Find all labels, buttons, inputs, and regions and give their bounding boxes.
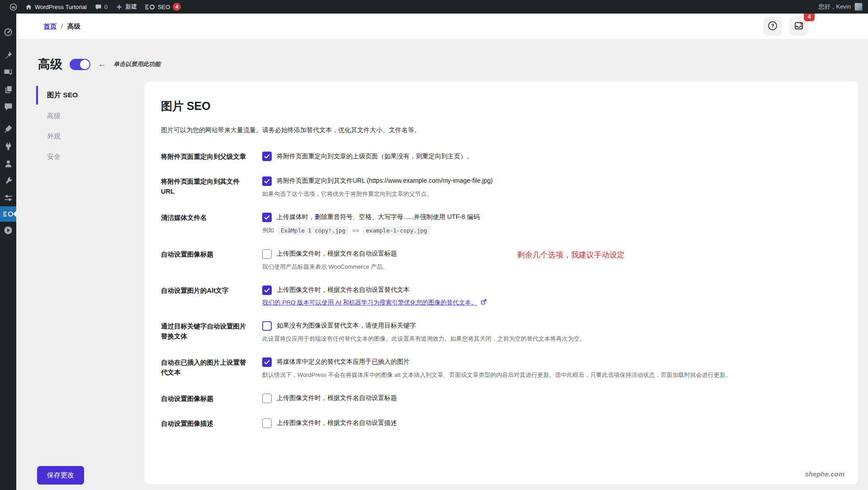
setting-checkbox-label[interactable]: 上传图像文件时，根据文件名自动设置标题 bbox=[277, 394, 397, 402]
setting-checkbox[interactable] bbox=[262, 394, 272, 403]
greeting-label[interactable]: 您好，Kevin bbox=[818, 3, 851, 11]
setting-checkbox-label[interactable]: 上传媒体时，删除重音符号、空格、大写字母......并强制使用 UTF-8 编码 bbox=[277, 213, 480, 221]
page-title: 高级 bbox=[38, 56, 62, 72]
setting-checkbox-label[interactable]: 将附件页面重定向到文章的上级页面（如果没有，则重定向到主页）。 bbox=[277, 152, 473, 161]
user-avatar[interactable] bbox=[854, 3, 863, 11]
wp-admin-bar: W WordPress Turtorial 0 新建 SEO 4 您好，Kevi… bbox=[0, 0, 868, 14]
main-area: 首页 / 高级 ? 4 高级 ← bbox=[16, 14, 868, 490]
wp-admin-sidebar bbox=[0, 14, 16, 490]
setting-label: 自动设置图像标题 bbox=[161, 249, 250, 271]
setting-row: 自动设置图像标题 上传图像文件时，根据文件名自动设置标题 bbox=[161, 394, 840, 404]
toggle-hint: 单击以禁用此功能 bbox=[113, 60, 160, 68]
setting-label: 通过目标关键字自动设置图片替换文体 bbox=[161, 321, 250, 343]
setting-row: 通过目标关键字自动设置图片替换文体 如果没有为图像设置替代文本，请使用目标关键字… bbox=[161, 321, 840, 343]
example-code-before: ExãMple 1 cópy!.jpg bbox=[278, 226, 349, 235]
inbox-icon bbox=[793, 20, 804, 33]
sidebar-item-media[interactable] bbox=[0, 63, 16, 81]
example-prefix: 例如 bbox=[262, 226, 274, 234]
pro-version-link[interactable]: 我们的 PRO 版本可以使用 AI 和机器学习为搜索引擎优化您的图像的替代文本。 bbox=[262, 299, 477, 307]
sidebar-item-appearance[interactable] bbox=[0, 120, 16, 138]
svg-text:?: ? bbox=[771, 23, 774, 29]
setting-checkbox-label[interactable]: 上传图像文件时，根据文件名自动设置描述 bbox=[277, 419, 397, 427]
settings-rows: 将附件页面重定向到父级文章 将附件页面重定向到文章的上级页面（如果没有，则重定向… bbox=[161, 152, 840, 428]
external-link-icon bbox=[481, 299, 487, 307]
setting-note: 如果勾选了这个选项，它将优先于将附件重定向到文章的父节点。 bbox=[262, 190, 840, 198]
setting-row: 清洁媒体文件名 上传媒体时，删除重音符号、空格、大写字母......并强制使用 … bbox=[161, 213, 840, 235]
save-button[interactable]: 保存更改 bbox=[37, 466, 84, 485]
comments-count: 0 bbox=[104, 4, 108, 10]
admin-bar-new[interactable]: 新建 bbox=[112, 0, 141, 14]
admin-bar-comments[interactable]: 0 bbox=[91, 0, 112, 14]
help-button[interactable]: ? bbox=[763, 17, 782, 36]
sidebar-item-video[interactable] bbox=[0, 222, 16, 239]
inbox-badge: 4 bbox=[804, 14, 815, 21]
sidebar-item-dashboard[interactable] bbox=[0, 24, 16, 41]
section-description: 图片可以为您的网站带来大量流量。请务必始终添加替代文本，优化其文件大小、文件名等… bbox=[161, 126, 840, 134]
site-name-label: WordPress Turtorial bbox=[35, 4, 87, 10]
setting-checkbox[interactable] bbox=[262, 419, 272, 428]
new-label: 新建 bbox=[125, 3, 137, 11]
section-title: 图片 SEO bbox=[161, 99, 840, 114]
setting-note: 默认情况下，WordPress 不会在将媒体库中的图像 alt 文本插入到文章、… bbox=[262, 371, 840, 379]
setting-checkbox[interactable] bbox=[262, 357, 272, 367]
setting-row: 自动设置图像标题 上传图像文件时，根据文件名自动设置标题 我们使用产品标题来表示… bbox=[161, 249, 840, 271]
subnav-item-image-seo[interactable]: 图片 SEO bbox=[36, 86, 145, 105]
home-icon bbox=[25, 4, 32, 10]
plugin-topbar: 首页 / 高级 ? 4 bbox=[16, 14, 868, 39]
seo-menu-icon bbox=[145, 4, 155, 10]
feature-toggle[interactable] bbox=[70, 59, 90, 70]
sidebar-item-posts[interactable] bbox=[0, 46, 16, 63]
subnav-item-advanced[interactable]: 高级 bbox=[36, 107, 145, 125]
breadcrumb: 首页 / 高级 bbox=[43, 22, 80, 31]
setting-checkbox-label[interactable]: 上传图像文件时，根据文件名自动设置标题 bbox=[277, 250, 397, 258]
setting-row: 自动在已插入的图片上设置替代文本 将媒体库中定义的替代文本应用于已插入的图片 默… bbox=[161, 357, 840, 379]
sidebar-item-pages[interactable] bbox=[0, 81, 16, 98]
setting-checkbox[interactable] bbox=[262, 213, 272, 222]
setting-row: 将附件页面重定向到父级文章 将附件页面重定向到文章的上级页面（如果没有，则重定向… bbox=[161, 152, 840, 162]
setting-label: 自动设置图片的Alt文字 bbox=[161, 285, 250, 307]
setting-checkbox[interactable] bbox=[262, 176, 272, 186]
setting-row: 将附件页面重定向到其文件 URL 将附件页面重定向到其文件URL (https:… bbox=[161, 176, 840, 198]
left-arrow-icon: ← bbox=[98, 59, 106, 69]
breadcrumb-current: 高级 bbox=[67, 22, 80, 31]
setting-checkbox[interactable] bbox=[262, 321, 272, 331]
setting-label: 自动设置图像标题 bbox=[161, 394, 250, 404]
sidebar-item-tools[interactable] bbox=[0, 172, 16, 189]
admin-bar-site-name[interactable]: WordPress Turtorial bbox=[21, 0, 91, 14]
sidebar-item-comments[interactable] bbox=[0, 98, 16, 115]
setting-note: 此设置将仅应用于前端没有任何替代文本的图像。此设置具有追溯效力。如果您将其关闭，… bbox=[262, 335, 840, 343]
breadcrumb-home-link[interactable]: 首页 bbox=[43, 22, 57, 31]
setting-row: 自动设置图片的Alt文字 上传图像文件时，根据文件名自动设置替代文本 我们的 P… bbox=[161, 285, 840, 307]
setting-link-line: 我们的 PRO 版本可以使用 AI 和机器学习为搜索引擎优化您的图像的替代文本。 bbox=[262, 299, 840, 307]
example-code-after: example-1-copy.jpg bbox=[363, 226, 430, 235]
manual-setting-annotation: 剩余几个选项，我建议手动设定 bbox=[517, 250, 625, 260]
wp-logo-menu[interactable]: W bbox=[5, 0, 21, 14]
settings-subnav: 图片 SEO 高级 外观 安全 bbox=[16, 81, 145, 168]
wordpress-logo-icon: W bbox=[9, 3, 17, 11]
inbox-button[interactable]: 4 bbox=[789, 17, 808, 36]
setting-note: 我们使用产品标题来表示 WooCommerce 产品。 bbox=[262, 263, 840, 271]
subnav-item-appearance[interactable]: 外观 bbox=[36, 128, 145, 145]
setting-checkbox-label[interactable]: 上传图像文件时，根据文件名自动设置替代文本 bbox=[277, 286, 410, 294]
sidebar-item-seo-active[interactable] bbox=[0, 206, 16, 222]
toggle-knob bbox=[80, 60, 90, 69]
setting-checkbox[interactable] bbox=[262, 152, 272, 161]
watermark: shephe.com bbox=[805, 470, 844, 478]
setting-label: 自动设置图像描述 bbox=[161, 419, 250, 429]
svg-text:W: W bbox=[12, 5, 15, 9]
setting-checkbox-label[interactable]: 将媒体库中定义的替代文本应用于已插入的图片 bbox=[277, 358, 410, 366]
setting-label: 将附件页面重定向到其文件 URL bbox=[161, 176, 250, 198]
subnav-item-security[interactable]: 安全 bbox=[36, 148, 145, 166]
setting-example: 例如 ExãMple 1 cópy!.jpg => example-1-copy… bbox=[262, 226, 840, 235]
setting-checkbox-label[interactable]: 将附件页面重定向到其文件URL (https://www.example.com… bbox=[277, 177, 493, 185]
setting-label: 自动在已插入的图片上设置替代文本 bbox=[161, 357, 250, 379]
setting-checkbox[interactable] bbox=[262, 285, 272, 295]
admin-bar-seo[interactable]: SEO 4 bbox=[141, 0, 185, 14]
example-arrow: => bbox=[352, 227, 359, 234]
sidebar-item-users[interactable] bbox=[0, 155, 16, 172]
setting-checkbox[interactable] bbox=[262, 249, 272, 259]
setting-checkbox-label[interactable]: 如果没有为图像设置替代文本，请使用目标关键字 bbox=[277, 322, 416, 330]
sidebar-item-plugins[interactable] bbox=[0, 138, 16, 155]
sidebar-item-settings[interactable] bbox=[0, 189, 16, 206]
comment-bubble-icon bbox=[95, 4, 102, 10]
